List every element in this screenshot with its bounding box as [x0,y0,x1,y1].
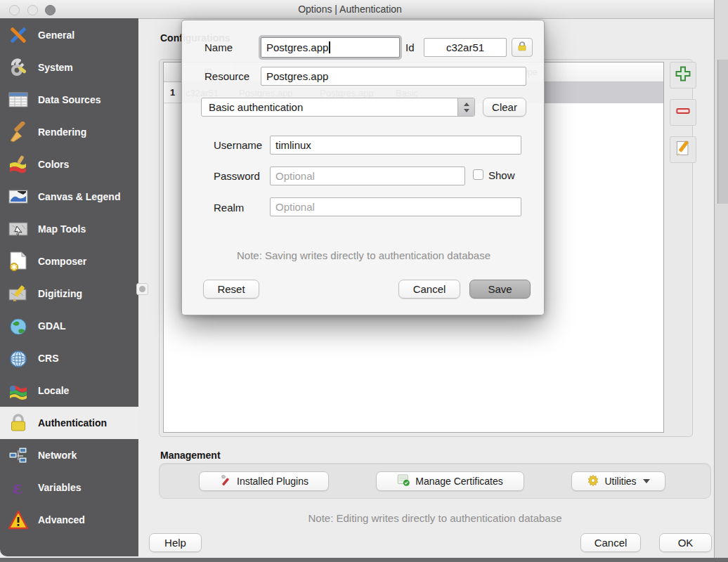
username-label: Username [214,139,262,151]
lock-icon [6,411,30,435]
sidebar-item-system[interactable]: System [0,51,138,84]
realm-label: Realm [214,202,244,214]
sidebar-item-colors[interactable]: Colors [0,148,138,181]
plus-icon [674,65,692,86]
sidebar-item-label: Composer [38,256,86,267]
auth-method-value: Basic authentication [202,101,457,113]
table-icon [6,88,30,112]
certificate-icon [397,473,410,489]
page-icon [6,249,30,273]
dropdown-arrow-icon [643,479,650,483]
map-cursor-icon [6,217,30,241]
epsilon-icon: ε [6,476,30,499]
reset-button[interactable]: Reset [203,280,259,299]
palette-icon [6,152,30,176]
show-label: Show [488,169,515,181]
pencil-icon [674,139,692,160]
auth-method-select[interactable]: Basic authentication [201,98,475,117]
sidebar-item-variables[interactable]: ε Variables [0,471,138,504]
name-input[interactable]: Postgres.app [261,37,400,58]
sidebar-item-crs[interactable]: CRS [0,342,138,374]
sidebar-item-label: GDAL [38,320,66,332]
svg-text:ε: ε [13,478,23,498]
id-field: c32ar51 [424,38,507,57]
map-canvas-icon [6,185,30,209]
window-title: Options | Authentication [0,4,700,15]
sidebar-item-label: Canvas & Legend [38,191,120,202]
paintbrush-icon [6,120,30,144]
ok-button[interactable]: OK [659,533,712,552]
remove-configuration-button[interactable] [670,99,696,126]
minus-icon [674,102,692,123]
sidebar-item-label: Advanced [38,514,85,525]
name-label: Name [204,41,233,53]
background-window-edge [717,60,728,204]
sidebar-item-label: Colors [38,159,69,170]
sidebar-item-rendering[interactable]: Rendering [0,116,138,148]
sidebar-item-label: Digitizing [38,288,82,299]
password-label: Password [214,170,260,182]
wrench-icon [219,474,232,489]
edit-configuration-button[interactable] [670,136,696,163]
sidebar-item-locale[interactable]: Locale [0,374,138,407]
sidebar-item-label: Variables [38,482,82,493]
save-button[interactable]: Save [469,280,531,299]
sidebar-item-gdal[interactable]: GDAL [0,310,138,342]
sidebar-item-label: General [38,30,74,41]
dialog-cancel-button[interactable]: Cancel [398,280,460,299]
table-corner-cell [164,63,182,81]
sidebar-item-canvas-legend[interactable]: Canvas & Legend [0,181,138,213]
password-input[interactable]: Optional [270,166,465,185]
globe-grid-icon [6,346,30,370]
manage-certificates-button[interactable]: Manage Certificates [376,471,524,491]
sidebar-item-label: System [38,62,73,73]
sidebar-item-composer[interactable]: Composer [0,245,138,277]
password-placeholder: Optional [275,170,315,182]
sidebar-item-general[interactable]: General [0,19,138,51]
sidebar-item-advanced[interactable]: Advanced [0,504,138,536]
sidebar-item-digitizing[interactable]: Digitizing [0,277,138,310]
desktop-right-strip [714,0,728,562]
sidebar-item-map-tools[interactable]: Map Tools [0,213,138,245]
flags-icon [6,379,30,403]
edit-authentication-dialog: Name Postgres.app Id c32ar51 Resource Po… [181,20,545,315]
text-caret [329,41,330,53]
screen-bottom-edge [0,558,728,562]
titlebar: Options | Authentication [0,0,714,19]
name-value: Postgres.app [266,41,328,53]
installed-plugins-button[interactable]: Installed Plugins [199,471,329,491]
resource-label: Resource [204,70,249,82]
row-number[interactable]: 1 [164,82,182,103]
manage-certificates-label: Manage Certificates [415,476,503,487]
sidebar-item-label: Data Sources [38,94,100,105]
sidebar-item-label: CRS [38,353,59,364]
lock-icon [516,41,528,55]
screen: Options | Authentication General System … [0,0,728,562]
show-password-checkbox[interactable] [473,169,483,180]
map-pencil-icon [6,282,30,306]
resource-input[interactable]: Postgres.app [261,67,526,86]
sidebar-item-label: Network [38,450,77,461]
sidebar-item-data-sources[interactable]: Data Sources [0,84,138,116]
realm-placeholder: Optional [275,201,315,213]
sidebar-item-network[interactable]: Network [0,439,138,471]
sidebar-item-authentication[interactable]: Authentication [0,407,138,439]
clear-button[interactable]: Clear [483,98,526,117]
sidebar-item-label: Rendering [38,126,86,138]
help-button[interactable]: Help [149,533,202,552]
add-configuration-button[interactable] [670,62,696,89]
sidebar-item-label: Authentication [38,417,107,429]
gear-wrench-icon [6,55,30,79]
username-input[interactable]: timlinux [270,136,521,155]
cancel-button[interactable]: Cancel [580,533,641,552]
computers-icon [6,443,30,467]
id-label: Id [405,41,415,53]
id-lock-button[interactable] [512,38,533,57]
installed-plugins-label: Installed Plugins [237,476,308,487]
warning-icon [6,508,30,532]
gear-icon [587,474,599,489]
splitter-handle[interactable] [136,283,148,295]
realm-input[interactable]: Optional [270,197,521,216]
tools-icon [6,23,30,47]
utilities-button[interactable]: Utilities [571,471,665,491]
